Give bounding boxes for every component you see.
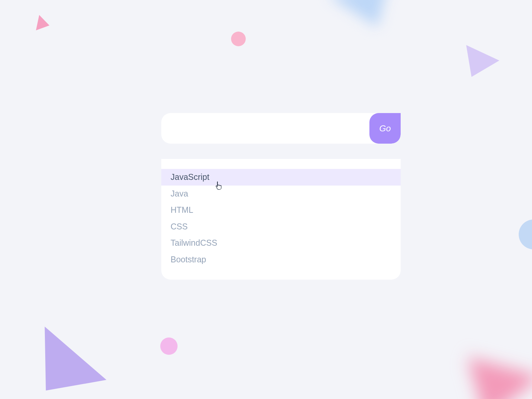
- decorative-circle-magenta: [160, 337, 178, 355]
- decorative-triangle-lavender: [455, 45, 499, 85]
- go-button[interactable]: Go: [369, 113, 401, 144]
- search-input[interactable]: [161, 113, 369, 144]
- decorative-triangle-blue-blur: [328, 0, 400, 37]
- suggestion-item-bootstrap[interactable]: Bootstrap: [161, 251, 401, 268]
- search-widget: Go JavaScript Java HTML CSS TailwindCSS …: [161, 113, 401, 280]
- suggestions-dropdown: JavaScript Java HTML CSS TailwindCSS Boo…: [161, 159, 401, 280]
- decorative-circle-blue: [519, 219, 532, 249]
- decorative-circle-pink: [231, 32, 246, 46]
- suggestion-item-tailwindcss[interactable]: TailwindCSS: [161, 235, 401, 251]
- suggestion-item-javascript[interactable]: JavaScript: [161, 169, 401, 186]
- suggestion-item-html[interactable]: HTML: [161, 202, 401, 218]
- decorative-triangle-pink: [31, 13, 49, 30]
- suggestion-item-java[interactable]: Java: [161, 186, 401, 202]
- decorative-triangle-lavender-large: [35, 318, 106, 390]
- search-bar: Go: [161, 113, 401, 144]
- suggestion-item-css[interactable]: CSS: [161, 218, 401, 235]
- decorative-triangle-pink-blur: [453, 357, 532, 399]
